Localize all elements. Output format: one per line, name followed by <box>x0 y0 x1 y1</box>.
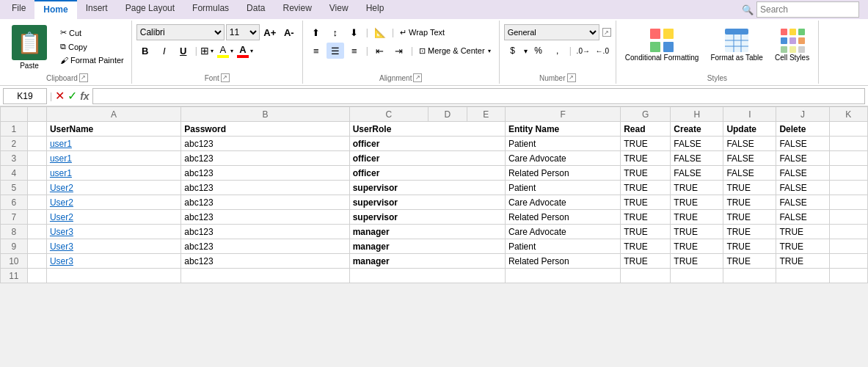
conditional-formatting-button[interactable]: Conditional Formatting <box>621 24 704 65</box>
col-header-A[interactable]: A <box>46 107 180 122</box>
cell-row8-K[interactable] <box>829 225 868 239</box>
cell-row8-F[interactable]: Care Advocate <box>505 225 620 239</box>
cell-row2-K[interactable] <box>829 137 868 151</box>
tab-file[interactable]: File <box>3 0 34 19</box>
cell-row1-H[interactable]: Create <box>671 122 723 137</box>
align-left-button[interactable]: ≡ <box>307 43 325 59</box>
cell-row5-I[interactable]: TRUE <box>723 181 776 195</box>
tab-view[interactable]: View <box>321 0 357 19</box>
cell-row5-F[interactable]: Patient <box>505 181 620 195</box>
cell-row10-C[interactable]: manager <box>349 254 505 269</box>
cell-row7-I[interactable]: TRUE <box>723 210 776 225</box>
cell-row10-A[interactable]: User3 <box>46 254 180 269</box>
cell-row5-J[interactable]: FALSE <box>776 181 829 195</box>
cell-row10-K[interactable] <box>829 254 868 269</box>
cell-row8-H[interactable]: TRUE <box>671 225 723 239</box>
align-bottom-button[interactable]: ⬇ <box>346 24 363 40</box>
cell-row8-A[interactable]: User3 <box>46 225 180 239</box>
cell-row9-C[interactable]: manager <box>349 239 505 254</box>
col-header-E[interactable]: E <box>467 107 505 122</box>
cell-row10-J[interactable]: TRUE <box>776 254 829 269</box>
italic-button[interactable]: I <box>156 43 173 59</box>
underline-button[interactable]: U <box>175 43 192 59</box>
cell-row6-C[interactable]: supervisor <box>349 195 505 210</box>
cell-row11-A[interactable] <box>46 269 180 283</box>
cell-row6-J[interactable]: FALSE <box>776 195 829 210</box>
increase-font-button[interactable]: A+ <box>261 24 279 40</box>
cell-row3-F[interactable]: Care Advocate <box>505 151 620 166</box>
cell-row7-A[interactable]: User2 <box>46 210 180 225</box>
borders-btn[interactable]: ⊞▾ <box>200 45 214 57</box>
col-header-J[interactable]: J <box>776 107 829 122</box>
cell-row3-I[interactable]: FALSE <box>723 151 776 166</box>
wrap-text-button[interactable]: ↵ Wrap Text <box>397 26 448 39</box>
cell-row4-F[interactable]: Related Person <box>505 166 620 181</box>
tab-data[interactable]: Data <box>238 0 274 19</box>
cell-row10-lead[interactable] <box>27 254 46 269</box>
font-group-expand[interactable]: ↗ <box>221 73 230 82</box>
cell-row2-F[interactable]: Patient <box>505 137 620 151</box>
cell-row3-B[interactable]: abc123 <box>181 151 349 166</box>
decrease-font-button[interactable]: A- <box>280 24 298 40</box>
cell-row6-lead[interactable] <box>27 195 46 210</box>
cell-row2-J[interactable]: FALSE <box>776 137 829 151</box>
cell-row7-C[interactable]: supervisor <box>349 210 505 225</box>
cut-button[interactable]: ✂ Cut <box>57 26 127 39</box>
cell-row1-G[interactable]: Read <box>621 122 671 137</box>
decrease-indent-button[interactable]: ⇤ <box>371 43 389 59</box>
fill-color-btn[interactable]: A ▾ <box>217 44 234 58</box>
paste-button[interactable]: 📋 Paste <box>7 22 51 73</box>
cell-row1-F[interactable]: Entity Name <box>505 122 620 137</box>
cell-row2-A[interactable]: user1 <box>46 137 180 151</box>
cell-row2-lead[interactable] <box>27 137 46 151</box>
cell-row9-G[interactable]: TRUE <box>621 239 671 254</box>
cell-row11-K[interactable] <box>829 269 868 283</box>
col-header-G[interactable]: G <box>621 107 671 122</box>
cell-row1-I[interactable]: Update <box>723 122 776 137</box>
cell-row7-G[interactable]: TRUE <box>621 210 671 225</box>
cell-row6-A[interactable]: User2 <box>46 195 180 210</box>
cell-row9-H[interactable]: TRUE <box>671 239 723 254</box>
cell-row7-F[interactable]: Related Person <box>505 210 620 225</box>
cell-row2-B[interactable]: abc123 <box>181 137 349 151</box>
merge-center-button[interactable]: ⊡ Merge & Center ▾ <box>416 45 495 57</box>
cell-row11-J[interactable] <box>776 269 829 283</box>
cell-row11-G[interactable] <box>621 269 671 283</box>
cell-row11-H[interactable] <box>671 269 723 283</box>
cell-reference-input[interactable] <box>3 88 47 104</box>
cell-row6-I[interactable]: TRUE <box>723 195 776 210</box>
tab-home[interactable]: Home <box>34 0 76 19</box>
cell-row11-B[interactable] <box>181 269 349 283</box>
cell-row1-lead[interactable] <box>27 122 46 137</box>
cell-row5-A[interactable]: User2 <box>46 181 180 195</box>
font-color-btn[interactable]: A ▾ <box>237 44 254 58</box>
decrease-decimal-btn[interactable]: ←.0 <box>594 43 611 59</box>
align-center-button[interactable]: ☰ <box>327 43 344 59</box>
cell-row8-B[interactable]: abc123 <box>181 225 349 239</box>
formula-input[interactable] <box>92 88 865 104</box>
col-header-C[interactable]: C <box>349 107 428 122</box>
col-header-F[interactable]: F <box>505 107 620 122</box>
cell-row7-B[interactable]: abc123 <box>181 210 349 225</box>
cell-row3-lead[interactable] <box>27 151 46 166</box>
cell-row5-C[interactable]: supervisor <box>349 181 505 195</box>
cancel-formula-icon[interactable]: ✕ <box>55 89 65 103</box>
col-header-K[interactable]: K <box>829 107 868 122</box>
cell-row7-lead[interactable] <box>27 210 46 225</box>
cell-row4-B[interactable]: abc123 <box>181 166 349 181</box>
cell-row4-K[interactable] <box>829 166 868 181</box>
tab-page-layout[interactable]: Page Layout <box>117 0 183 19</box>
cell-row8-G[interactable]: TRUE <box>621 225 671 239</box>
cell-row7-K[interactable] <box>829 210 868 225</box>
cell-row8-I[interactable]: TRUE <box>723 225 776 239</box>
cell-row6-F[interactable]: Care Advocate <box>505 195 620 210</box>
cell-row5-B[interactable]: abc123 <box>181 181 349 195</box>
cell-row7-J[interactable]: FALSE <box>776 210 829 225</box>
cell-styles-button[interactable]: Cell Styles <box>770 24 814 65</box>
tab-help[interactable]: Help <box>357 0 393 19</box>
insert-function-icon[interactable]: fx <box>80 90 89 102</box>
cell-row10-B[interactable]: abc123 <box>181 254 349 269</box>
clipboard-group-expand[interactable]: ↗ <box>79 73 88 82</box>
cell-row6-B[interactable]: abc123 <box>181 195 349 210</box>
cell-row5-G[interactable]: TRUE <box>621 181 671 195</box>
